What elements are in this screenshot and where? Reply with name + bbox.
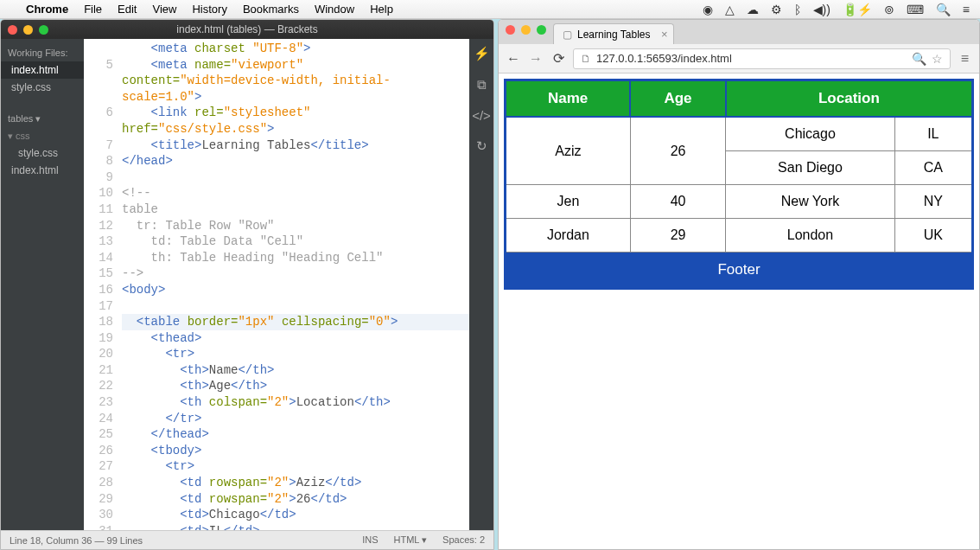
keyboard-icon[interactable]: ⌨ — [907, 3, 924, 16]
browser-tab[interactable]: ▢ Learning Tables × — [553, 23, 674, 44]
battery-icon[interactable]: 🔋⚡ — [843, 3, 872, 16]
minimize-icon[interactable] — [521, 25, 531, 35]
status-icon[interactable]: ⚙ — [771, 3, 782, 16]
sidebar-item-working[interactable]: style.css — [1, 79, 84, 96]
cell-state: NY — [894, 185, 972, 219]
sidebar-item-file[interactable]: style.css — [1, 144, 84, 162]
menu-history[interactable]: History — [192, 3, 226, 16]
table-row: Jen 40 New York NY — [506, 185, 973, 219]
bluetooth-icon[interactable]: ᛒ — [794, 3, 801, 16]
cell-age: 26 — [630, 117, 725, 185]
code-icon[interactable]: </> — [472, 108, 491, 123]
menu-window[interactable]: Window — [315, 3, 354, 16]
cell-state: IL — [894, 117, 972, 151]
chrome-menu-icon[interactable]: ≡ — [958, 51, 972, 67]
close-icon[interactable] — [8, 25, 17, 35]
cell-city: London — [726, 219, 894, 253]
menubar-app[interactable]: Chrome — [26, 3, 68, 16]
menu-icon[interactable]: ≡ — [963, 3, 970, 16]
sidebar-item-working[interactable]: index.html — [1, 61, 84, 79]
tab-close-icon[interactable]: × — [661, 28, 668, 41]
bookmark-icon[interactable]: ☆ — [932, 52, 943, 66]
brackets-right-toolbar: ⚡ ⧉ </> ↻ — [469, 39, 493, 530]
url-text: 127.0.0.1:56593/index.html — [596, 52, 907, 65]
cell-city: San Diego — [726, 151, 894, 185]
extensions-icon[interactable]: ⧉ — [477, 77, 487, 93]
live-preview-icon[interactable]: ⚡ — [474, 46, 490, 61]
cell-city: New York — [726, 185, 894, 219]
status-icon[interactable]: ☁ — [747, 3, 759, 16]
brackets-titlebar: index.html (tables) — Brackets — [1, 20, 493, 39]
brackets-sidebar: Working Files: index.html style.css tabl… — [1, 39, 84, 530]
cell-name: Jordan — [506, 219, 631, 253]
cell-state: CA — [894, 151, 972, 185]
code-editor[interactable]: 5 6 789101112131415161718192021222324252… — [84, 39, 469, 530]
minimize-icon[interactable] — [23, 25, 33, 35]
back-button[interactable]: ← — [506, 51, 521, 67]
status-cursor-pos: Line 18, Column 36 — 99 Lines — [10, 535, 143, 546]
demo-table: Name Age Location Aziz 26 Chicago IL San… — [504, 79, 974, 290]
wifi-icon[interactable]: ⊚ — [884, 3, 894, 16]
th-age: Age — [630, 80, 725, 118]
cell-name: Jen — [506, 185, 631, 219]
maximize-icon[interactable] — [537, 25, 546, 35]
status-lang[interactable]: HTML ▾ — [393, 534, 427, 546]
sidebar-item-file[interactable]: index.html — [1, 162, 84, 179]
table-row: Jordan 29 London UK — [506, 219, 973, 253]
menu-help[interactable]: Help — [370, 3, 393, 16]
table-row: Aziz 26 Chicago IL — [506, 117, 973, 151]
working-files-label: Working Files: — [1, 44, 84, 61]
status-spaces[interactable]: Spaces: 2 — [442, 534, 485, 546]
table-header-row: Name Age Location — [506, 80, 973, 118]
maximize-icon[interactable] — [39, 25, 48, 35]
address-bar[interactable]: 🗋 127.0.0.1:56593/index.html 🔍 ☆ — [573, 48, 951, 69]
th-name: Name — [506, 80, 631, 118]
cell-city: Chicago — [726, 117, 894, 151]
menu-view[interactable]: View — [152, 3, 176, 16]
status-icon[interactable]: ◉ — [703, 3, 713, 16]
menu-file[interactable]: File — [84, 3, 102, 16]
project-label[interactable]: tables ▾ — [1, 110, 84, 128]
mac-menubar: Chrome File Edit View History Bookmarks … — [0, 0, 980, 19]
chrome-window: ▢ Learning Tables × ← → ⟳ 🗋 127.0.0.1:56… — [498, 19, 980, 550]
tab-favicon-icon: ▢ — [563, 29, 572, 41]
menu-bookmarks[interactable]: Bookmarks — [243, 3, 299, 16]
reload-button[interactable]: ⟳ — [550, 50, 566, 67]
cell-age: 29 — [630, 219, 725, 253]
tab-title: Learning Tables — [577, 29, 651, 41]
sidebar-item-folder[interactable]: css — [16, 131, 30, 141]
brackets-statusbar: Line 18, Column 36 — 99 Lines INS HTML ▾… — [1, 530, 493, 549]
zoom-icon[interactable]: 🔍 — [912, 52, 926, 66]
cell-state: UK — [894, 219, 972, 253]
cell-age: 40 — [630, 185, 725, 219]
menu-edit[interactable]: Edit — [118, 3, 137, 16]
brackets-window-title: index.html (tables) — Brackets — [1, 23, 493, 35]
menubar-status-icons: ◉ △ ☁ ⚙ ᛒ ◀)) 🔋⚡ ⊚ ⌨ 🔍 ≡ — [703, 3, 970, 16]
brackets-window: index.html (tables) — Brackets Working F… — [0, 19, 494, 550]
chrome-toolbar: ← → ⟳ 🗋 127.0.0.1:56593/index.html 🔍 ☆ ≡ — [499, 44, 979, 74]
search-icon[interactable]: 🔍 — [936, 3, 951, 16]
volume-icon[interactable]: ◀)) — [813, 3, 830, 16]
status-ins[interactable]: INS — [362, 534, 378, 546]
refresh-icon[interactable]: ↻ — [476, 138, 487, 154]
chrome-tabbar: ▢ Learning Tables × — [499, 20, 979, 44]
forward-button[interactable]: → — [528, 51, 544, 67]
browser-viewport: Name Age Location Aziz 26 Chicago IL San… — [499, 74, 979, 549]
table-footer-row: Footer — [506, 253, 973, 289]
status-icon[interactable]: △ — [725, 3, 735, 16]
cell-footer: Footer — [506, 253, 973, 289]
page-info-icon[interactable]: 🗋 — [581, 53, 591, 65]
th-location: Location — [726, 80, 973, 118]
cell-name: Aziz — [506, 117, 631, 185]
close-icon[interactable] — [506, 25, 515, 35]
